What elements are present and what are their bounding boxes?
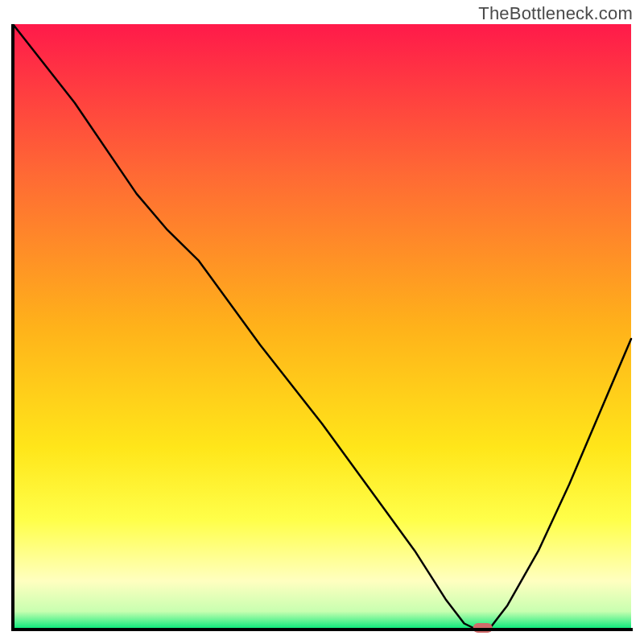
plot-area <box>11 24 633 633</box>
bottleneck-chart-svg <box>11 24 633 633</box>
gradient-background <box>13 24 631 630</box>
watermark-text: TheBottleneck.com <box>478 3 633 24</box>
chart-frame: TheBottleneck.com <box>0 0 644 644</box>
